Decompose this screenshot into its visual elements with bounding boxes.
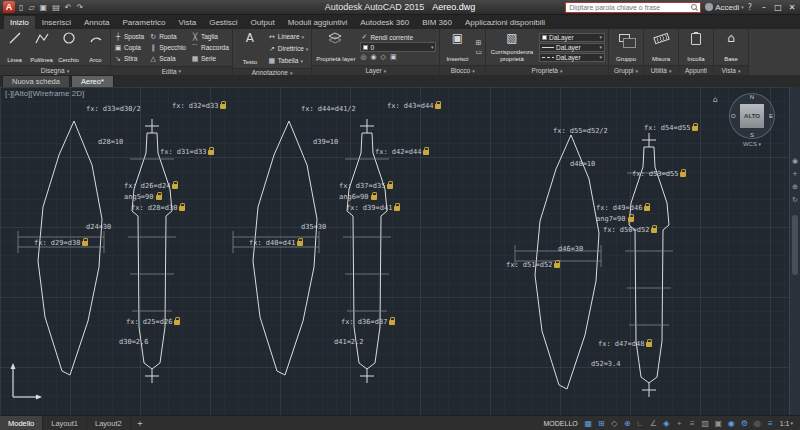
add-layout-button[interactable]: + <box>131 416 149 430</box>
annotation-tool-button[interactable]: ▦ Tabella ▾ <box>268 55 309 66</box>
compass-south[interactable]: S <box>750 132 754 138</box>
text-tool-button[interactable]: A Testo <box>236 31 264 66</box>
workspace-gear-icon[interactable]: ⚙ <box>738 419 751 428</box>
panel-label-edita[interactable]: Edita▾ <box>111 66 232 75</box>
group-button[interactable]: Gruppo <box>612 31 640 63</box>
constraint-annotation[interactable]: ang6=90 <box>339 193 377 201</box>
layer-isolate-icon[interactable]: ◉ <box>371 53 377 61</box>
save-icon[interactable]: ▣ <box>39 3 49 12</box>
polyline-tool-button[interactable]: Polilinea <box>30 31 53 63</box>
ribbon-tab[interactable]: Applicazioni disponibili <box>459 16 551 29</box>
panel-label-layer[interactable]: Layer▾ <box>312 65 439 75</box>
annotation-tool-button[interactable]: ↗ Direttrice ▾ <box>268 43 309 54</box>
constraint-annotation[interactable]: fx: d26=d24 <box>124 182 178 190</box>
panel-label-proprieta[interactable]: Proprietà▾ <box>486 65 608 75</box>
viewcube[interactable]: N E S O ALTO WCS ▾ <box>726 93 778 147</box>
infocenter-search[interactable] <box>565 2 701 13</box>
constraint-annotation[interactable]: fx: d32=d33 <box>172 102 226 110</box>
model-space-label[interactable]: MODELLO <box>544 420 578 427</box>
constraint-annotation[interactable]: d28=10 <box>98 138 123 146</box>
infer-constraints-icon[interactable]: ◇ <box>608 419 621 428</box>
constraint-annotation[interactable]: fx: d49=d46 <box>596 204 650 212</box>
minimize-button[interactable]: – <box>759 3 769 12</box>
constraint-annotation[interactable]: ang5=90 <box>124 193 162 201</box>
object-snap-tracking-icon[interactable]: + <box>673 419 686 428</box>
layer-lock-icon[interactable]: ▣ <box>390 53 397 61</box>
edita-tool-button[interactable]: ∥ Specchio <box>149 42 186 53</box>
ortho-icon[interactable]: ∟ <box>634 419 647 428</box>
constraint-annotation[interactable]: fx: d33=d30/2 <box>86 105 141 113</box>
constraint-annotation[interactable]: fx: d54=d55 <box>644 124 698 132</box>
panel-label-blocco[interactable]: Blocco▾ <box>440 65 485 75</box>
constraint-annotation[interactable]: fx: d47=d48 <box>598 340 652 348</box>
constraint-annotation[interactable]: fx: d36=d37 <box>341 318 395 326</box>
constraint-annotation[interactable]: d52=3.4 <box>591 360 621 368</box>
ribbon-tab[interactable]: Inizio <box>4 16 35 29</box>
constraint-annotation[interactable]: fx: d37=d35 <box>339 182 393 190</box>
insert-block-button[interactable]: ▣ Inserisci <box>443 31 471 63</box>
zoom-icon[interactable]: ⊕ <box>792 183 798 191</box>
model-space-canvas[interactable]: [-] [Alto] [Wireframe 2D] fx: d33=d30/2 … <box>0 87 800 415</box>
constraint-annotation[interactable]: d24=30 <box>86 223 111 231</box>
constraint-annotation[interactable]: ang7=90 <box>596 215 634 223</box>
snap-mode-icon[interactable]: ⊞ <box>595 419 608 428</box>
polar-tracking-icon[interactable]: ∠ <box>647 419 660 428</box>
constraint-annotation[interactable]: fx: d29=d30 <box>34 239 88 247</box>
ribbon-tab[interactable]: BIM 360 <box>416 16 458 29</box>
constraint-annotation[interactable]: fx: d53=d55 <box>632 170 686 178</box>
linetype-dropdown[interactable]: DaLayer ▾ <box>539 53 605 62</box>
new-file-icon[interactable]: ▯ <box>18 3 24 12</box>
annotation-scale-control[interactable]: 1:1▾ <box>780 420 793 427</box>
search-input[interactable] <box>569 4 689 11</box>
paste-button[interactable]: Incolla <box>682 31 710 63</box>
arc-tool-button[interactable]: Arco <box>84 31 107 63</box>
constraint-annotation[interactable]: fx: d51=d52 <box>506 261 560 269</box>
ribbon-tab[interactable]: Gestisci <box>203 16 243 29</box>
edita-tool-button[interactable]: ▦ Serie <box>191 53 229 64</box>
ribbon-tab[interactable]: Moduli aggiuntivi <box>282 16 354 29</box>
viewport-menu-control[interactable]: [-] <box>5 89 12 98</box>
selection-cycling-icon[interactable]: ▣ <box>712 419 725 428</box>
file-tab[interactable]: Nuova scheda <box>2 75 70 87</box>
ribbon-tab[interactable]: Parametrico <box>116 16 171 29</box>
undo-icon[interactable]: ↶ <box>64 3 73 12</box>
annotation-visibility-icon[interactable]: ◉ <box>725 419 738 428</box>
constraint-annotation[interactable]: d48=10 <box>570 160 595 168</box>
measure-button[interactable]: Misura <box>647 31 675 63</box>
edita-tool-button[interactable]: △ Scala <box>149 53 186 64</box>
search-icon[interactable] <box>691 4 697 10</box>
ribbon-tab[interactable]: Vista <box>173 16 203 29</box>
lineweight-icon[interactable]: ≡ <box>686 419 699 428</box>
panel-label-appunti[interactable]: Appunti <box>679 65 713 75</box>
annotation-tool-button[interactable]: ↔ Lineare ▾ <box>268 31 309 42</box>
constraint-annotation[interactable]: d30=2,6 <box>119 338 149 346</box>
compass-west[interactable]: O <box>731 113 736 119</box>
layout-tab[interactable]: Modello <box>0 416 43 430</box>
constraint-annotation[interactable]: d46=30 <box>558 245 583 253</box>
layout-tab[interactable]: Layout1 <box>43 416 87 430</box>
close-button[interactable]: ✕ <box>787 3 797 12</box>
layout-tab[interactable]: Layout2 <box>87 416 131 430</box>
constraint-annotation[interactable]: fx: d50=d52 <box>603 226 657 234</box>
viewcube-compass[interactable]: N E S O ALTO <box>729 93 775 139</box>
steering-wheel-icon[interactable]: ◉ <box>792 157 798 165</box>
constraint-annotation[interactable]: fx: d28=d30 <box>131 204 185 212</box>
constraint-annotation[interactable]: fx: d55=d52/2 <box>553 127 608 135</box>
edita-tool-button[interactable]: ▣ Copia <box>114 42 144 53</box>
edita-tool-button[interactable]: ↻ Ruota <box>149 31 186 42</box>
base-view-button[interactable]: ⌂ Base <box>717 31 745 63</box>
edita-tool-button[interactable]: ┼ Sposta <box>114 31 144 42</box>
ribbon-tab[interactable]: Output <box>245 16 281 29</box>
edita-tool-button[interactable]: ╳ Taglia <box>191 31 229 42</box>
circle-tool-button[interactable]: Cerchio <box>57 31 80 63</box>
grid-icon[interactable]: ▦ <box>582 419 595 428</box>
panel-label-gruppi[interactable]: Gruppi▾ <box>609 65 643 75</box>
viewcube-home-icon[interactable]: ⌂ <box>713 95 718 104</box>
panel-label-utilita[interactable]: Utilità▾ <box>644 65 678 75</box>
layer-properties-button[interactable]: Proprietà layer <box>315 31 356 63</box>
constraint-annotation[interactable]: d39=10 <box>313 138 338 146</box>
create-block-icon[interactable]: ⊞ <box>475 39 482 47</box>
constraint-annotation[interactable]: fx: d31=d33 <box>160 148 214 156</box>
constraint-annotation[interactable]: fx: d39=d41 <box>346 204 400 212</box>
constraint-annotation[interactable]: d41=2.2 <box>334 338 364 346</box>
